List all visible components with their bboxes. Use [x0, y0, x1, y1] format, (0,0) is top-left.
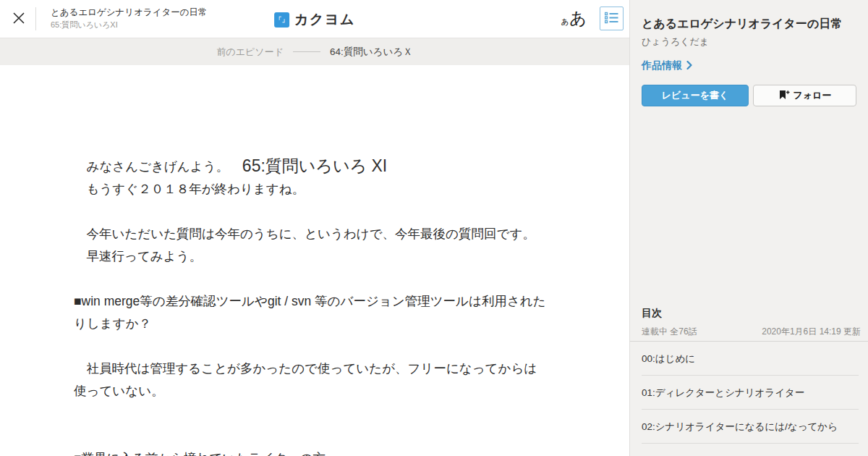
kakuyomu-logo-icon: 「」 — [274, 12, 289, 28]
episode-article: 65:質問いろいろ XI みなさんごきげんよう。 もうすぐ２０１８年が終わります… — [0, 65, 629, 456]
work-info-link[interactable]: 作品情報 — [642, 59, 692, 72]
close-icon — [11, 10, 27, 28]
reader-main: とあるエロゲシナリオライターの日常 65:質問いろいろXI 「」 カクヨム ぁあ — [0, 0, 629, 456]
sidebar-work-title: とあるエロゲシナリオライターの日常 — [642, 17, 859, 32]
toc-serial-status: 連載中 全76話 — [642, 326, 697, 338]
close-button[interactable] — [9, 9, 29, 29]
body-line: りしますか？ — [74, 313, 580, 335]
follow-button-label: フォロー — [793, 89, 832, 102]
list-icon — [605, 12, 618, 26]
body-line — [74, 268, 580, 290]
body-line — [74, 425, 580, 447]
body-line: 使っていない。 — [74, 380, 580, 402]
toc-list: 00:はじめに 01:ディレクターとシナリオライター 02:シナリオライターにな… — [630, 342, 868, 444]
body-line: ■業界に入る前から憧れていたライターの方 — [74, 447, 580, 456]
header-divider — [35, 7, 36, 30]
reader-header: とあるエロゲシナリオライターの日常 65:質問いろいろXI 「」 カクヨム ぁあ — [0, 0, 629, 38]
body-line: みなさんごきげんよう。 — [74, 156, 580, 178]
kakuyomu-reader: とあるエロゲシナリオライターの日常 65:質問いろいろXI 「」 カクヨム ぁあ — [0, 0, 868, 456]
chevron-right-icon — [686, 60, 692, 72]
work-sidebar: とあるエロゲシナリオライターの日常 ひょうろくだま 作品情報 レビューを書く フ… — [629, 0, 868, 456]
toc-toggle-button[interactable] — [600, 7, 624, 30]
font-size-large-glyph: あ — [569, 10, 587, 27]
work-info-label: 作品情報 — [642, 59, 682, 72]
body-line: 早速行ってみよう。 — [74, 245, 580, 268]
toc-item-00[interactable]: 00:はじめに — [630, 342, 868, 376]
font-size-small-glyph: ぁ — [560, 16, 569, 25]
write-review-button[interactable]: レビューを書く — [642, 85, 749, 106]
body-line — [74, 200, 580, 223]
follow-button[interactable]: フォロー — [753, 85, 856, 106]
body-line: ■win merge等の差分確認ツールやgit / svn 等のバージョン管理ツ… — [74, 290, 580, 313]
font-size-control[interactable]: ぁあ — [560, 6, 587, 30]
bookmark-plus-icon — [778, 90, 790, 102]
body-line: もうすぐ２０１８年が終わりますね。 — [74, 178, 580, 200]
toc-title: 目次 — [642, 307, 662, 320]
body-line — [74, 402, 580, 425]
header-episode-subtitle: 65:質問いろいろXI — [51, 20, 208, 30]
prev-episode-label: 前のエピソード — [216, 46, 284, 59]
kakuyomu-logo-text: カクヨム — [294, 10, 355, 29]
episode-body: みなさんごきげんよう。 もうすぐ２０１８年が終わりますね。 今年いただいた質問は… — [74, 156, 580, 456]
header-work-title: とあるエロゲシナリオライターの日常 — [51, 7, 208, 19]
toc-item-02[interactable]: 02:シナリオライターになるには/なってから — [630, 410, 868, 444]
body-line: 今年いただいた質問は今年のうちに、というわけで、今年最後の質問回です。 — [74, 223, 580, 245]
breadcrumb-dash — [293, 51, 320, 52]
toc-item-01[interactable]: 01:ディレクターとシナリオライター — [630, 376, 868, 410]
body-line: 社員時代は管理することが多かったので使っていたが、フリーになってからは — [74, 358, 580, 380]
body-line — [74, 335, 580, 358]
prev-episode-link[interactable]: 64:質問いろいろＸ — [330, 46, 413, 59]
toc-updated-timestamp: 2020年1月6日 14:19 更新 — [762, 326, 861, 338]
episode-nav-bar: 前のエピソード 64:質問いろいろＸ — [0, 38, 629, 65]
header-title-block: とあるエロゲシナリオライターの日常 65:質問いろいろXI — [51, 7, 208, 30]
sidebar-author: ひょうろくだま — [642, 35, 709, 48]
kakuyomu-logo[interactable]: 「」 カクヨム — [274, 10, 355, 29]
